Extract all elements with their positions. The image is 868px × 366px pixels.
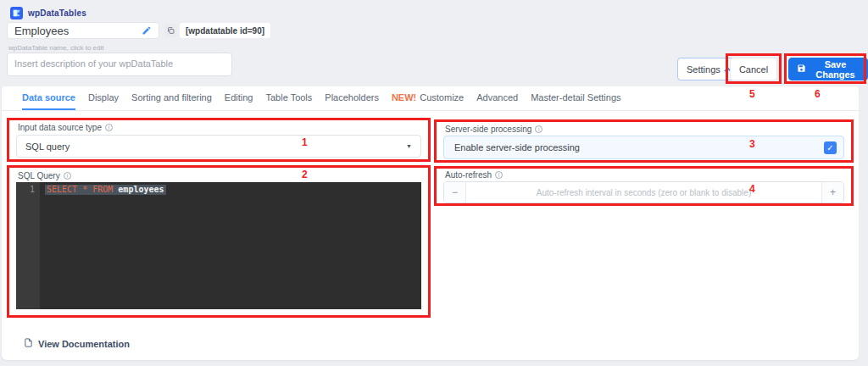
auto-refresh-stepper: − + — [443, 181, 844, 203]
tab-table-tools[interactable]: Table Tools — [265, 86, 312, 110]
save-icon — [797, 64, 806, 75]
editor-code-area: SELECT * FROM employees — [40, 182, 421, 309]
settings-label: Settings — [687, 64, 721, 75]
info-icon[interactable] — [105, 124, 113, 131]
editor-gutter: 1 — [16, 182, 40, 309]
tab-customize[interactable]: NEW! Customize — [392, 86, 464, 110]
sql-code-editor[interactable]: 1 SELECT * FROM employees — [16, 182, 421, 309]
new-badge: NEW! — [392, 92, 416, 103]
server-side-checkbox-checked[interactable] — [824, 141, 837, 154]
doc-link-label: View Documentation — [38, 339, 130, 349]
config-tabs: Data source Display Sorting and filterin… — [2, 86, 859, 111]
brand-name: wpDataTables — [28, 8, 86, 18]
save-label: Save Changes — [811, 59, 860, 80]
tab-data-source[interactable]: Data source — [22, 86, 75, 110]
copy-shortcode-button[interactable] — [164, 24, 177, 37]
annotation-box-2: SQL Query 1 SELECT * FROM employees — [7, 165, 431, 318]
document-icon — [24, 337, 33, 350]
tab-display[interactable]: Display — [88, 86, 119, 110]
save-changes-button[interactable]: Save Changes — [788, 58, 868, 80]
auto-refresh-interval-input[interactable] — [466, 182, 821, 202]
sql-query-label: SQL Query — [18, 171, 71, 180]
tab-master-detail-settings[interactable]: Master-detail Settings — [531, 86, 620, 110]
table-title-field[interactable]: Employees — [7, 22, 159, 39]
wpdatatables-logo-icon — [10, 7, 23, 19]
caret-down-icon — [406, 143, 412, 149]
table-title: Employees — [14, 25, 142, 37]
line-number: 1 — [30, 185, 35, 194]
info-icon[interactable] — [64, 172, 71, 180]
enable-server-side-label: Enable server-side processing — [454, 142, 580, 152]
view-documentation-link[interactable]: View Documentation — [24, 337, 130, 350]
increment-button[interactable]: + — [821, 182, 843, 202]
info-icon[interactable] — [495, 171, 503, 179]
server-side-label: Server-side processing — [445, 125, 542, 134]
decrement-button[interactable]: − — [444, 182, 466, 202]
auto-refresh-label: Auto-refresh — [445, 170, 503, 180]
input-source-select[interactable]: SQL query — [16, 135, 421, 158]
enable-server-side-row[interactable]: Enable server-side processing — [443, 136, 844, 159]
input-source-value: SQL query — [25, 141, 70, 152]
description-textarea[interactable] — [7, 53, 232, 76]
shortcode-badge[interactable]: [wpdatatable id=90] — [180, 23, 270, 38]
title-hint: wpDataTable name, click to edit — [8, 44, 104, 52]
copy-icon — [167, 23, 175, 38]
tab-sorting-and-filtering[interactable]: Sorting and filtering — [131, 86, 212, 110]
tab-placeholders[interactable]: Placeholders — [325, 86, 379, 110]
cancel-button[interactable]: Cancel — [730, 58, 777, 80]
tab-advanced[interactable]: Advanced — [476, 86, 518, 110]
input-source-label: Input data source type — [18, 123, 113, 132]
sql-statement: SELECT * FROM employees — [45, 185, 166, 195]
customize-label: Customize — [420, 92, 464, 103]
info-icon[interactable] — [535, 125, 542, 133]
brand: wpDataTables — [10, 7, 86, 19]
tab-editing[interactable]: Editing — [225, 86, 253, 110]
wpdatatables-admin-page: wpDataTables Employees [wpdatatable id=9… — [0, 0, 868, 366]
edit-pencil-icon[interactable] — [142, 25, 152, 36]
